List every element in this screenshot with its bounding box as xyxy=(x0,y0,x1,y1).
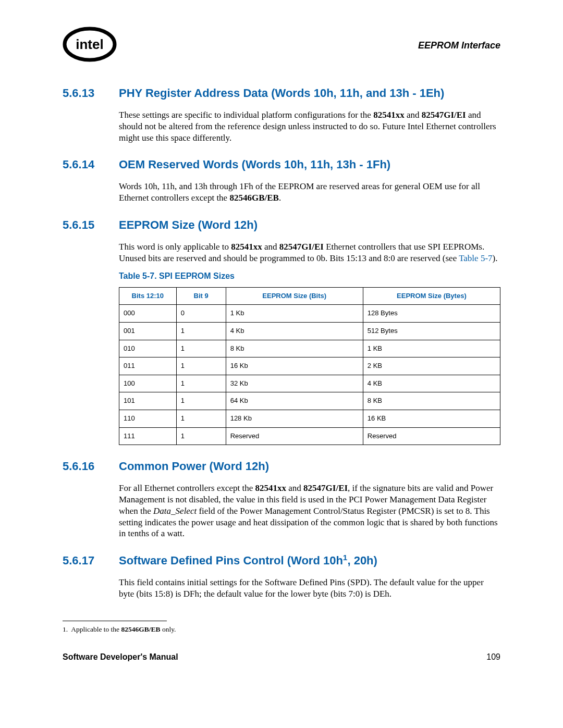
table-row: 101164 Kb8 KB xyxy=(119,392,500,410)
table-cell: 1 xyxy=(176,427,226,445)
paragraph: For all Ethernet controllers except the … xyxy=(119,483,500,539)
table-cell: 512 Bytes xyxy=(363,322,500,340)
table-cell: 4 KB xyxy=(363,375,500,392)
table-cell: 1 xyxy=(176,375,226,392)
table-cell: 8 Kb xyxy=(226,340,363,357)
table-cell: 128 Kb xyxy=(226,410,363,428)
table-cell: 1 xyxy=(176,322,226,340)
table-row: 00114 Kb512 Bytes xyxy=(119,322,500,340)
table-cell: 1 xyxy=(176,392,226,410)
table-row: 1101128 Kb16 KB xyxy=(119,410,500,428)
table-row: 01018 Kb1 KB xyxy=(119,340,500,357)
table-cell: 1 Kb xyxy=(226,305,363,323)
footnote-rule xyxy=(63,621,167,621)
section-5-6-15: 5.6.15 EEPROM Size (Word 12h) This word … xyxy=(63,218,500,446)
table-cell: 111 xyxy=(119,427,177,445)
section-number: 5.6.14 xyxy=(63,158,119,171)
paragraph: Words 10h, 11h, and 13h through 1Fh of t… xyxy=(119,181,500,204)
table-row: 100132 Kb4 KB xyxy=(119,375,500,392)
table-cell: 001 xyxy=(119,322,177,340)
section-title: Common Power (Word 12h) xyxy=(119,460,269,473)
table-header: Bit 9 xyxy=(176,287,226,305)
table-cell: 101 xyxy=(119,392,177,410)
table-cell: 2 KB xyxy=(363,357,500,375)
table-cell: 1 xyxy=(176,357,226,375)
table-cell: 000 xyxy=(119,305,177,323)
table-cell: 100 xyxy=(119,375,177,392)
table-cell: 64 Kb xyxy=(226,392,363,410)
table-cell: 4 Kb xyxy=(226,322,363,340)
table-row: 1111ReservedReserved xyxy=(119,427,500,445)
spi-eeprom-sizes-table: Bits 12:10 Bit 9 EEPROM Size (Bits) EEPR… xyxy=(119,287,500,446)
section-body: This field contains initial settings for… xyxy=(119,577,500,600)
section-heading: 5.6.16 Common Power (Word 12h) xyxy=(63,460,500,473)
footer: Software Developer's Manual 109 xyxy=(63,652,500,662)
section-title: OEM Reserved Words (Words 10h, 11h, 13h … xyxy=(119,158,390,171)
paragraph: This word is only applicable to 82541xx … xyxy=(119,241,500,264)
table-cell: 16 Kb xyxy=(226,357,363,375)
paragraph: This field contains initial settings for… xyxy=(119,577,500,600)
section-5-6-13: 5.6.13 PHY Register Address Data (Words … xyxy=(63,87,500,143)
section-5-6-16: 5.6.16 Common Power (Word 12h) For all E… xyxy=(63,460,500,539)
table-row: 011116 Kb2 KB xyxy=(119,357,500,375)
table-cell: 011 xyxy=(119,357,177,375)
table-header: EEPROM Size (Bytes) xyxy=(363,287,500,305)
section-5-6-14: 5.6.14 OEM Reserved Words (Words 10h, 11… xyxy=(63,158,500,204)
section-number: 5.6.15 xyxy=(63,218,119,232)
table-header: Bits 12:10 xyxy=(119,287,177,305)
table-cell: 0 xyxy=(176,305,226,323)
table-cell: 1 xyxy=(176,410,226,428)
table-cell: 128 Bytes xyxy=(363,305,500,323)
section-number: 5.6.17 xyxy=(63,554,119,567)
section-body: For all Ethernet controllers except the … xyxy=(119,483,500,539)
table-cell: Reserved xyxy=(363,427,500,445)
footer-manual-title: Software Developer's Manual xyxy=(63,652,178,662)
paragraph: These settings are specific to individua… xyxy=(119,109,500,143)
section-heading: 5.6.15 EEPROM Size (Word 12h) xyxy=(63,218,500,232)
section-body: This word is only applicable to 82541xx … xyxy=(119,241,500,446)
table-cell: 16 KB xyxy=(363,410,500,428)
table-cell: Reserved xyxy=(226,427,363,445)
section-number: 5.6.16 xyxy=(63,460,119,473)
svg-text:intel: intel xyxy=(76,36,103,52)
section-body: Words 10h, 11h, and 13h through 1Fh of t… xyxy=(119,181,500,204)
section-heading: 5.6.17 Software Defined Pins Control (Wo… xyxy=(63,554,500,567)
section-number: 5.6.13 xyxy=(63,87,119,100)
table-header: EEPROM Size (Bits) xyxy=(226,287,363,305)
intel-logo-icon: intel xyxy=(63,26,117,65)
section-5-6-17: 5.6.17 Software Defined Pins Control (Wo… xyxy=(63,554,500,600)
section-heading: 5.6.14 OEM Reserved Words (Words 10h, 11… xyxy=(63,158,500,171)
table-caption: Table 5-7. SPI EEPROM Sizes xyxy=(119,271,500,281)
page-number: 109 xyxy=(486,652,500,662)
header-title: EEPROM Interface xyxy=(418,40,500,51)
table-header-row: Bits 12:10 Bit 9 EEPROM Size (Bits) EEPR… xyxy=(119,287,500,305)
section-title: EEPROM Size (Word 12h) xyxy=(119,218,258,232)
section-heading: 5.6.13 PHY Register Address Data (Words … xyxy=(63,87,500,100)
table-cell: 32 Kb xyxy=(226,375,363,392)
table-cell: 010 xyxy=(119,340,177,357)
section-body: These settings are specific to individua… xyxy=(119,109,500,143)
table-ref-link[interactable]: Table 5-7 xyxy=(459,253,492,263)
table-cell: 1 xyxy=(176,340,226,357)
table-cell: 8 KB xyxy=(363,392,500,410)
table-row: 00001 Kb128 Bytes xyxy=(119,305,500,323)
table-cell: 1 KB xyxy=(363,340,500,357)
header: intel EEPROM Interface xyxy=(63,26,500,65)
footnote: 1. Applicable to the 82546GB/EB only. xyxy=(63,625,500,634)
section-title: PHY Register Address Data (Words 10h, 11… xyxy=(119,87,444,100)
page: intel EEPROM Interface 5.6.13 PHY Regist… xyxy=(0,0,563,683)
table-cell: 110 xyxy=(119,410,177,428)
section-title: Software Defined Pins Control (Word 10h1… xyxy=(119,554,377,567)
